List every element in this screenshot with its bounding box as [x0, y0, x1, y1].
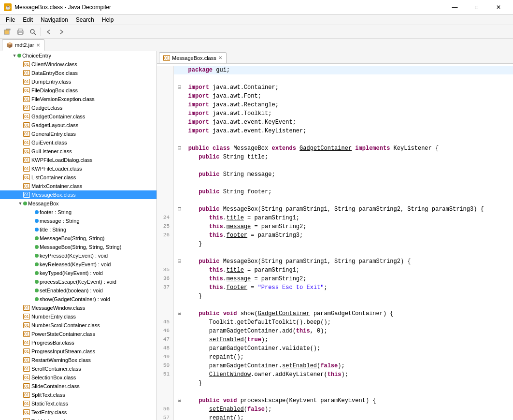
- tree-item-choiceentry[interactable]: ▼ ChoiceEntry: [0, 51, 157, 60]
- menu-navigation[interactable]: Navigation: [37, 14, 72, 25]
- jar-tab-label: mdt2.jar: [15, 42, 34, 48]
- tree-item-guilistener[interactable]: 01 GuiListener.class: [0, 147, 157, 156]
- minimize-button[interactable]: —: [444, 0, 466, 14]
- tree-item-gadget[interactable]: 01 Gadget.class: [0, 103, 157, 112]
- code-content: package gui; ⊟ import java.awt.Container…: [157, 64, 513, 420]
- tree-item-splittext[interactable]: 01 SplitText.class: [0, 391, 157, 399]
- code-line: 35 this.title = paramString1;: [157, 266, 513, 275]
- class-icon: 01: [23, 322, 30, 328]
- class-icon: 01: [23, 166, 30, 172]
- class-icon: 01: [23, 366, 30, 372]
- code-panel: 01 MessageBox.class ✕ package gui;: [157, 51, 513, 420]
- tree-item-title-field[interactable]: title : String: [0, 225, 157, 234]
- tree-item-numberentry[interactable]: 01 NumberEntry.class: [0, 312, 157, 321]
- collapse-show[interactable]: ⊟: [178, 310, 181, 317]
- tree-item-keyreleased[interactable]: keyReleased(KeyEvent) : void: [0, 260, 157, 269]
- tree-item-show[interactable]: show(GadgetContainer) : void: [0, 295, 157, 304]
- tree-item-restartwarningbox[interactable]: 01 RestartWarningBox.class: [0, 356, 157, 364]
- tree-scroll[interactable]: ▼ ChoiceEntry 01 ClientWindow.class 01 D…: [0, 51, 157, 420]
- back-button[interactable]: [43, 27, 55, 37]
- jar-tab-icon: 📦: [6, 42, 13, 48]
- menubar: File Edit Navigation Search Help: [0, 14, 513, 25]
- tree-item-statictext[interactable]: 01 StaticText.class: [0, 399, 157, 408]
- menu-file[interactable]: File: [2, 14, 19, 25]
- tree-item-textentry[interactable]: 01 TextEntry.class: [0, 408, 157, 417]
- maximize-button[interactable]: □: [466, 0, 487, 14]
- class-icon: 01: [23, 383, 30, 389]
- jar-tab-close[interactable]: ✕: [36, 43, 40, 48]
- tree-item-messagewindow[interactable]: 01 MessageWindow.class: [0, 304, 157, 312]
- tree-item-guievent[interactable]: 01 GuiEvent.class: [0, 138, 157, 147]
- class-icon: 01: [23, 392, 30, 398]
- collapse-imports[interactable]: ⊟: [178, 84, 181, 91]
- tree-item-messagebox-class[interactable]: 01 MessageBox.class: [0, 190, 157, 199]
- collapse-processescape[interactable]: ⊟: [178, 397, 181, 404]
- tree-item-constructor1[interactable]: MessageBox(String, String): [0, 234, 157, 243]
- tree-item-powerstatecontainer[interactable]: 01 PowerStateContainer.class: [0, 330, 157, 338]
- tree-item-generalentry[interactable]: 01 GeneralEntry.class: [0, 130, 157, 138]
- tree-item-constructor2[interactable]: MessageBox(String, String, String): [0, 243, 157, 251]
- tree-item-footer-field[interactable]: footer : String: [0, 208, 157, 217]
- collapse-ctor2[interactable]: ⊟: [178, 258, 181, 265]
- forward-button[interactable]: [56, 27, 67, 37]
- tree-item-ticklistener[interactable]: 01 TickListener.class: [0, 417, 157, 420]
- tab-class-icon: 01: [163, 55, 170, 61]
- class-icon: 01: [23, 409, 30, 415]
- menu-help[interactable]: Help: [98, 14, 118, 25]
- tree-item-matrixcontainer[interactable]: 01 MatrixContainer.class: [0, 182, 157, 190]
- code-line: [157, 135, 513, 144]
- print-button[interactable]: [14, 27, 26, 37]
- tree-item-progressinputstream[interactable]: 01 ProgressInputStream.class: [0, 347, 157, 356]
- tree-item-message-field[interactable]: message : String: [0, 217, 157, 225]
- tree-item-gadgetlayout[interactable]: 01 GadgetLayout.class: [0, 121, 157, 130]
- svg-rect-1: [6, 29, 10, 30]
- code-line: ⊟ public void processEscape(KeyEvent par…: [157, 396, 513, 405]
- tree-item-numberscrollcontainer[interactable]: 01 NumberScrollContainer.class: [0, 321, 157, 330]
- code-scroll[interactable]: package gui; ⊟ import java.awt.Container…: [157, 64, 513, 420]
- svg-rect-3: [18, 29, 22, 31]
- collapse-ctor1[interactable]: ⊟: [178, 206, 181, 213]
- tree-item-keytyped[interactable]: keyTyped(KeyEvent) : void: [0, 269, 157, 277]
- code-line: ⊟ public void show(GadgetContainer param…: [157, 309, 513, 318]
- tree-item-scrollcontainer[interactable]: 01 ScrollContainer.class: [0, 364, 157, 373]
- tree-item-setenabled[interactable]: setEnabled(boolean) : void: [0, 286, 157, 295]
- tree-item-progressbar[interactable]: 01 ProgressBar.class: [0, 338, 157, 347]
- tree-item-keypressed[interactable]: keyPressed(KeyEvent) : void: [0, 251, 157, 260]
- code-line: 48 paramGadgetContainer.validate();: [157, 344, 513, 353]
- tree-item-fileversionexception[interactable]: 01 FileVersionException.class: [0, 95, 157, 103]
- tree-item-filedialogbox[interactable]: 01 FileDialogBox.class: [0, 86, 157, 95]
- code-tab-messagebox[interactable]: 01 MessageBox.class ✕: [159, 52, 227, 63]
- code-line: 26 this.footer = paramString3;: [157, 231, 513, 240]
- menu-edit[interactable]: Edit: [19, 14, 37, 25]
- tree-item-listcontainer[interactable]: 01 ListContainer.class: [0, 173, 157, 182]
- tree-item-slidecontainer[interactable]: 01 SlideContainer.class: [0, 382, 157, 391]
- code-line: package gui;: [157, 66, 513, 74]
- search-button[interactable]: [27, 27, 39, 37]
- code-line: 47 setEnabled(true);: [157, 335, 513, 344]
- code-line: public String message;: [157, 170, 513, 179]
- code-tab-close[interactable]: ✕: [218, 55, 222, 60]
- code-line: 56 setEnabled(false);: [157, 405, 513, 414]
- tree-item-messagebox-package[interactable]: ▼ MessageBox: [0, 199, 157, 208]
- close-button[interactable]: ✕: [487, 0, 509, 14]
- code-line: ⊟ public MessageBox(String paramString1,…: [157, 257, 513, 266]
- jar-tab[interactable]: 📦 mdt2.jar ✕: [2, 39, 44, 51]
- menu-search[interactable]: Search: [72, 14, 98, 25]
- tree-item-gadgetcontainer[interactable]: 01 GadgetContainer.class: [0, 112, 157, 121]
- tree-item-processescape[interactable]: processEscape(KeyEvent) : void: [0, 277, 157, 286]
- tree-item-clientwindow[interactable]: 01 ClientWindow.class: [0, 60, 157, 69]
- code-line: import java.awt.event.KeyListener;: [157, 127, 513, 135]
- code-line: import java.awt.Rectangle;: [157, 101, 513, 109]
- open-button[interactable]: [2, 27, 14, 37]
- tree-item-dataentrybox[interactable]: 01 DataEntryBox.class: [0, 69, 157, 77]
- expand-messagebox[interactable]: ▼: [17, 201, 23, 206]
- tree-item-selectionbox[interactable]: 01 SelectionBox.class: [0, 373, 157, 382]
- method-icon: [35, 297, 39, 301]
- class-icon: 01: [23, 183, 30, 189]
- tree-item-kwpfileloader[interactable]: 01 KWPFileLoader.class: [0, 164, 157, 173]
- class-icon: 01: [23, 357, 30, 363]
- tree-item-kwpfileloaddialog[interactable]: 01 KWPFileLoadDialog.class: [0, 156, 157, 164]
- collapse-class[interactable]: ⊟: [178, 145, 181, 152]
- tree-item-dumpentry[interactable]: 01 DumpEntry.class: [0, 77, 157, 86]
- expand-choiceentry[interactable]: ▼: [12, 53, 17, 58]
